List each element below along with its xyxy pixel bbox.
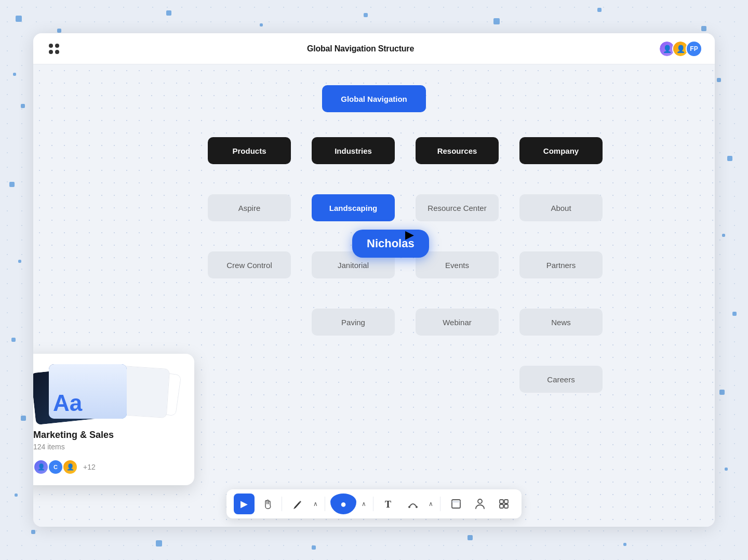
svg-rect-31 <box>500 504 503 508</box>
svg-point-24 <box>408 506 410 508</box>
svg-rect-30 <box>504 500 508 503</box>
card-count: +12 <box>83 463 96 471</box>
card-subtitle: 124 items <box>33 443 184 451</box>
logo <box>46 41 62 57</box>
card-title: Marketing & Sales <box>33 430 184 441</box>
svg-point-0 <box>49 44 53 48</box>
tool-hand[interactable] <box>258 495 276 513</box>
node-landscaping[interactable]: Landscaping <box>312 194 395 221</box>
card-avatar-1: 👤 <box>33 459 49 475</box>
toolbar-divider-1 <box>282 497 282 511</box>
card-thumbnails: Aa <box>33 364 184 421</box>
svg-text:T: T <box>385 499 391 509</box>
node-careers[interactable]: Careers <box>519 366 603 393</box>
cursor: ▶ <box>405 228 414 242</box>
node-aspire[interactable]: Aspire <box>208 194 291 221</box>
header-avatars: 👤 👤 FP <box>659 41 702 57</box>
tool-pen-chevron[interactable]: ∧ <box>311 494 319 514</box>
tool-pen[interactable] <box>287 494 308 514</box>
header-title: Global Navigation Structure <box>307 44 414 54</box>
tool-curve-chevron[interactable]: ∧ <box>426 494 435 514</box>
node-company[interactable]: Company <box>519 137 603 164</box>
logo-icon <box>46 41 62 57</box>
tool-text[interactable]: T <box>379 494 399 514</box>
nicholas-tooltip: Nicholas <box>352 230 429 258</box>
header: Global Navigation Structure 👤 👤 FP <box>33 33 715 64</box>
node-resources[interactable]: Resources <box>416 137 499 164</box>
toolbar: ▶ ∧ ● ∧ T <box>226 489 522 518</box>
tool-shape[interactable]: ● <box>330 494 356 514</box>
node-crew-control[interactable]: Crew Control <box>208 251 291 278</box>
svg-point-1 <box>55 44 59 48</box>
toolbar-divider-2 <box>325 497 325 511</box>
tool-select[interactable]: ▶ <box>234 494 255 514</box>
node-partners[interactable]: Partners <box>519 251 603 278</box>
node-industries[interactable]: Industries <box>312 137 395 164</box>
svg-rect-32 <box>504 504 508 508</box>
node-resource-center[interactable]: Resource Center <box>416 194 499 221</box>
svg-point-28 <box>478 499 482 503</box>
toolbar-divider-4 <box>440 497 440 511</box>
tool-component[interactable] <box>493 494 514 514</box>
node-news[interactable]: News <box>519 309 603 336</box>
tool-frame[interactable] <box>446 494 466 514</box>
svg-point-2 <box>49 50 53 54</box>
svg-rect-26 <box>452 500 460 508</box>
node-products[interactable]: Products <box>208 137 291 164</box>
main-container: Global Navigation Structure 👤 👤 FP <box>33 33 715 527</box>
canvas: Global Navigation Products Industries Re… <box>33 64 715 527</box>
tool-curve[interactable] <box>403 494 423 514</box>
card-avatar-2: C <box>48 459 63 475</box>
tool-shape-chevron[interactable]: ∧ <box>359 494 368 514</box>
thumbnail-2: Aa <box>49 364 127 419</box>
tool-person[interactable] <box>470 494 490 514</box>
node-paving[interactable]: Paving <box>312 309 395 336</box>
svg-point-25 <box>416 506 418 508</box>
svg-point-3 <box>55 50 59 54</box>
card-footer: 👤 C 👤 +12 <box>33 459 184 475</box>
svg-rect-29 <box>500 500 503 503</box>
toolbar-divider-3 <box>373 497 373 511</box>
avatar-initials: FP <box>686 41 702 57</box>
node-webinar[interactable]: Webinar <box>416 309 499 336</box>
card-avatar-3: 👤 <box>62 459 78 475</box>
node-global-navigation[interactable]: Global Navigation <box>322 85 426 112</box>
marketing-card[interactable]: Aa Marketing & Sales 124 items 👤 C 👤 +12 <box>33 354 194 485</box>
node-events[interactable]: Events <box>416 251 499 278</box>
node-about[interactable]: About <box>519 194 603 221</box>
